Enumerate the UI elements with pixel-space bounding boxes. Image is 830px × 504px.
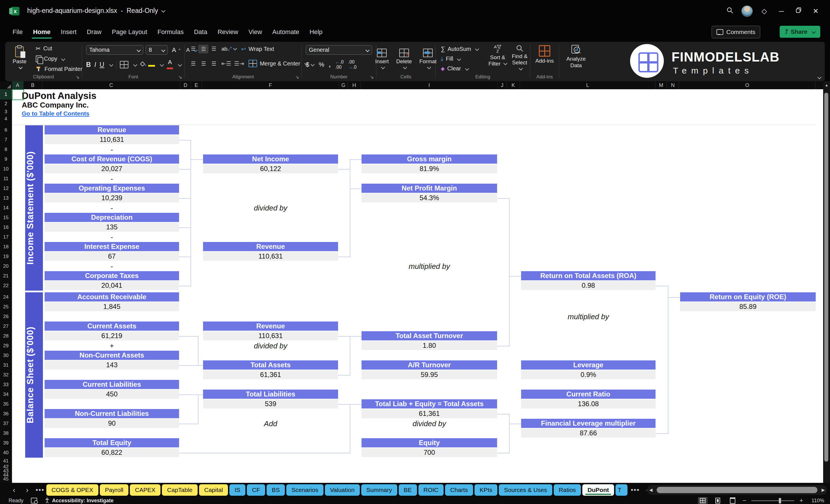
box-cr-value[interactable]: 136.08 [521,399,656,408]
copy-button[interactable]: Copy [34,55,84,63]
box-cogs-header[interactable]: Cost of Revenue (COGS) [44,154,179,164]
box-ncl-value[interactable]: 90 [44,419,179,428]
row-header-45[interactable]: 45 [0,477,12,481]
box-cr-header[interactable]: Current Ratio [521,389,656,399]
scroll-left-icon[interactable]: ◀ [647,487,655,493]
sheet-tab-charts[interactable]: Charts [445,484,473,496]
sheet-tab-kpis[interactable]: KPIs [475,484,498,496]
menu-formulas[interactable]: Formulas [153,24,189,40]
menu-automate[interactable]: Automate [267,24,304,40]
fill-color-button[interactable] [140,62,155,68]
row-header-24[interactable]: 24 [0,292,12,302]
box-flm-value[interactable]: 87.66 [521,429,656,438]
font-name-select[interactable]: Tahoma [86,45,143,55]
box-dep-value[interactable]: 135 [44,223,179,232]
zoom-slider-thumb[interactable] [779,498,781,503]
box-ar-value[interactable]: 1,845 [44,302,179,311]
box-ca-value[interactable]: 61,219 [44,331,179,340]
row-header-37[interactable]: 37 [0,419,12,429]
box-roe-value[interactable]: 85.89 [680,302,816,311]
box-ca-header[interactable]: Current Assets [44,321,179,330]
bold-button[interactable]: B [86,61,91,69]
box-gm-value[interactable]: 81.9% [361,164,497,174]
gem-icon[interactable]: ◇ [756,7,773,15]
align-right-button[interactable]: ☰ [209,60,219,67]
fill-color-chevron-icon[interactable] [160,63,164,67]
column-header-N[interactable]: N [667,81,679,89]
balance-sheet-sidebar[interactable]: Balance Sheet ($'000) [25,292,43,458]
row-header-11[interactable]: 11 [0,174,12,184]
zoom-slider[interactable] [752,500,794,501]
row-header-26[interactable]: 26 [0,312,12,321]
page-layout-view-button[interactable] [713,497,723,504]
find-select-button[interactable]: Find & Select [507,44,533,73]
comma-format-button[interactable]: , [329,61,331,68]
sheet-tab-summary[interactable]: Summary [361,484,397,496]
box-cl-value[interactable]: 450 [44,389,179,399]
font-dialog-launcher[interactable]: ↘ [178,74,182,80]
italic-button[interactable]: I [94,61,96,69]
row-header-28[interactable]: 28 [0,331,12,341]
column-header-F[interactable]: F [202,81,339,89]
zoom-level[interactable]: 110% [808,498,824,504]
row-header-29[interactable]: 29 [0,341,12,351]
wrap-text-button[interactable]: ↩ Wrap Text [240,44,276,53]
font-size-select[interactable]: 8 [146,45,168,55]
fill-button[interactable]: ⤓Fill [439,55,480,63]
percent-format-button[interactable]: % [319,61,324,68]
sheet-tab-sources-uses[interactable]: Sources & Uses [499,484,552,496]
avatar[interactable] [738,5,756,17]
row-header-8[interactable]: 8 [0,145,12,154]
paste-button[interactable]: Paste [10,46,29,71]
row-header-13[interactable]: 13 [0,193,12,203]
box-ni-value[interactable]: 60,122 [203,164,338,174]
sheet-tab-capital[interactable]: Capital [199,484,228,496]
sheet-tab-cf[interactable]: CF [247,484,265,496]
sheet-tab-roic[interactable]: ROIC [418,484,444,496]
row-header-27[interactable]: 27 [0,321,12,331]
box-roe-header[interactable]: Return on Equity (ROE) [680,292,816,302]
row-headers[interactable]: 1234678910111213141516171819202122242526… [0,89,12,483]
font-color-button[interactable]: A [167,60,173,70]
box-rev3-value[interactable]: 110,631 [203,331,338,340]
box-dep-header[interactable]: Depreciation [44,213,179,222]
box-art-value[interactable]: 59.95 [361,370,497,379]
vertical-scrollbar[interactable]: ▲ [823,81,830,483]
sheet-tab-capex[interactable]: CAPEX [130,484,160,496]
insert-cells-button[interactable]: Insert [372,48,392,69]
row-header-34[interactable]: 34 [0,389,12,399]
column-header-L[interactable]: L [520,81,656,89]
column-header-C[interactable]: C [42,81,180,89]
menu-review[interactable]: Review [213,24,244,40]
row-header-17[interactable]: 17 [0,232,12,242]
row-header-36[interactable]: 36 [0,409,12,419]
box-roa-header[interactable]: Return on Total Assets (ROA) [521,271,656,280]
box-rev3-header[interactable]: Revenue [203,321,338,330]
alignment-dialog-launcher[interactable]: ↘ [295,74,299,80]
table-of-contents-link[interactable]: Go to Table of Contents [22,110,89,117]
box-opex-value[interactable]: 10,239 [44,193,179,202]
sheet-tab-payroll[interactable]: Payroll [100,484,128,496]
row-header-33[interactable]: 33 [0,380,12,389]
sheet-tab-cogs-opex[interactable]: COGS & OPEX [46,484,98,496]
row-header-25[interactable]: 25 [0,302,12,312]
increase-decimal-button[interactable]: ←.0.00 [335,60,344,70]
normal-view-button[interactable] [698,497,708,504]
row-header-1[interactable]: 1 [0,89,12,99]
menu-view[interactable]: View [244,24,267,40]
box-ni-header[interactable]: Net Income [203,154,338,164]
sheet-tab-is[interactable]: IS [229,484,246,496]
column-header-I[interactable]: I [361,81,498,89]
row-header-35[interactable]: 35 [0,399,12,409]
horizontal-scrollbar[interactable]: ◀ ▶ [647,485,827,495]
box-te-value[interactable]: 60,822 [44,448,179,457]
row-header-22[interactable]: 22 [0,281,12,291]
column-header-B[interactable]: B [24,81,42,89]
row-header-6[interactable]: 6 [0,125,12,135]
box-tlet-header[interactable]: Total Liab + Equity = Total Assets [361,399,497,408]
menu-home[interactable]: Home [28,24,56,40]
box-lev-header[interactable]: Leverage [521,360,656,370]
income-statement-sidebar[interactable]: Income Statement ($'000) [25,125,43,291]
row-header-19[interactable]: 19 [0,252,12,261]
row-header-38[interactable]: 38 [0,429,12,438]
